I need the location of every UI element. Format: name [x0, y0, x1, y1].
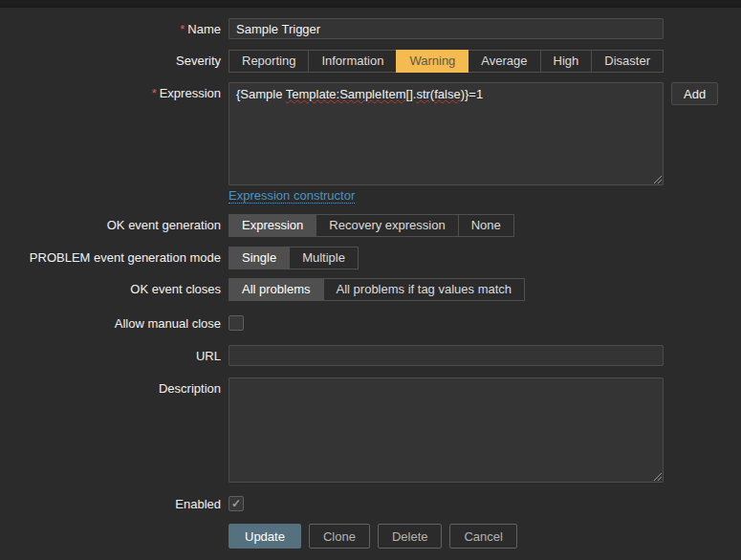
enabled-row: Enabled: [0, 496, 741, 512]
enabled-label: Enabled: [0, 496, 221, 512]
description-row: Description: [0, 377, 741, 483]
enabled-checkbox[interactable]: [229, 496, 244, 511]
allow-manual-close-checkbox[interactable]: [229, 315, 244, 331]
resize-handle-icon[interactable]: [652, 174, 662, 183]
url-row: URL: [0, 345, 741, 367]
expression-constructor-link[interactable]: Expression constructor: [229, 188, 355, 204]
top-bar: [0, 0, 741, 8]
ok-event-generation-label: OK event generation: [0, 214, 221, 237]
severity-options: Reporting Information Warning Average Hi…: [229, 50, 664, 73]
expression-row: *Expression {Sample Template:SampleItem[…: [0, 82, 741, 185]
problem-mode-option-multiple[interactable]: Multiple: [289, 247, 359, 269]
ok-event-closes-options: All problems All problems if tag values …: [229, 278, 525, 301]
expression-label: *Expression: [0, 82, 221, 103]
ok-event-generation-option-recovery-expression[interactable]: Recovery expression: [316, 214, 458, 237]
ok-event-closes-option-all-problems[interactable]: All problems: [229, 278, 324, 301]
ok-event-generation-row: OK event generation Expression Recovery …: [0, 214, 741, 237]
clone-button[interactable]: Clone: [309, 524, 370, 549]
expression-constructor-row: Expression constructor: [0, 188, 741, 203]
trigger-form-page: *Name Severity Reporting Information War…: [0, 0, 741, 560]
problem-event-generation-mode-row: PROBLEM event generation mode Single Mul…: [0, 247, 741, 269]
severity-option-warning[interactable]: Warning: [396, 50, 469, 73]
severity-option-average[interactable]: Average: [468, 50, 540, 73]
severity-option-disaster[interactable]: Disaster: [591, 50, 664, 73]
ok-event-closes-row: OK event closes All problems All problem…: [0, 278, 741, 301]
footer-buttons-row: Update Clone Delete Cancel: [0, 524, 741, 549]
name-row: *Name: [0, 18, 741, 41]
description-label: Description: [0, 377, 221, 398]
required-asterisk: *: [152, 86, 157, 100]
cancel-button[interactable]: Cancel: [449, 524, 516, 549]
add-button[interactable]: Add: [671, 82, 718, 105]
delete-button[interactable]: Delete: [378, 524, 443, 549]
problem-event-generation-mode-label: PROBLEM event generation mode: [0, 247, 221, 269]
ok-event-generation-options: Expression Recovery expression None: [229, 214, 514, 237]
update-button[interactable]: Update: [229, 524, 301, 549]
description-textarea[interactable]: [229, 378, 663, 482]
ok-event-closes-option-all-problems-if-tag-values-match[interactable]: All problems if tag values match: [323, 278, 526, 301]
severity-option-information[interactable]: Information: [308, 50, 397, 73]
name-label: *Name: [0, 18, 221, 41]
ok-event-closes-label: OK event closes: [0, 278, 221, 301]
url-label: URL: [0, 345, 221, 367]
description-textarea-wrap: [229, 377, 664, 483]
allow-manual-close-label: Allow manual close: [0, 315, 221, 332]
ok-event-generation-option-expression[interactable]: Expression: [229, 214, 316, 237]
severity-option-high[interactable]: High: [540, 50, 593, 73]
url-input[interactable]: [229, 345, 664, 366]
required-asterisk: *: [180, 22, 185, 36]
allow-manual-close-row: Allow manual close: [0, 315, 741, 334]
expression-textarea-text: {Sample Template:SampleItem[].str(false)…: [229, 83, 663, 105]
severity-option-reporting[interactable]: Reporting: [229, 50, 309, 73]
problem-mode-option-single[interactable]: Single: [229, 247, 290, 269]
expression-textarea[interactable]: {Sample Template:SampleItem[].str(false)…: [229, 82, 664, 185]
name-input[interactable]: [229, 18, 664, 39]
severity-row: Severity Reporting Information Warning A…: [0, 50, 741, 73]
ok-event-generation-option-none[interactable]: None: [458, 214, 514, 237]
severity-label: Severity: [0, 50, 221, 73]
problem-event-generation-mode-options: Single Multiple: [229, 247, 359, 269]
